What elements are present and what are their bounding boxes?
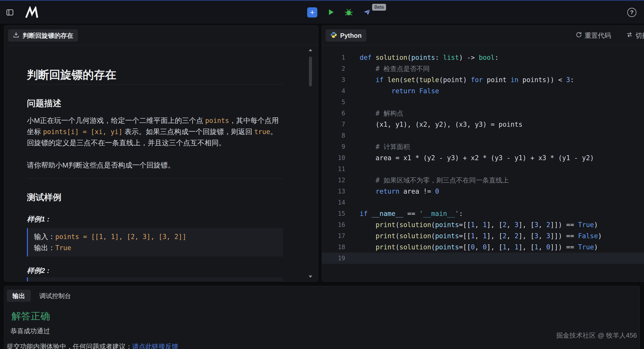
sample-io-line: 输出：True bbox=[34, 242, 277, 253]
editor-panel-header: Python 重置代码 切 bbox=[322, 26, 644, 45]
help-button[interactable]: ? bbox=[627, 8, 636, 17]
scroll-down-arrow-icon[interactable] bbox=[309, 275, 312, 278]
problem-title-chip[interactable]: 判断回旋镖的存在 bbox=[8, 29, 78, 42]
code-line[interactable]: 16 print(solution(points=[[1, 1], [2, 3]… bbox=[322, 219, 644, 230]
beta-badge: Beta bbox=[372, 4, 386, 11]
sample-1-label: 样例1 : bbox=[27, 215, 283, 224]
line-number: 12 bbox=[322, 175, 345, 186]
code-line[interactable]: 12 # 如果区域不为零，则三点不在同一条直线上 bbox=[322, 175, 644, 186]
scroll-up-arrow-icon[interactable] bbox=[309, 49, 312, 51]
result-message: 恭喜成功通过 bbox=[10, 327, 640, 335]
line-number: 19 bbox=[322, 253, 345, 264]
editor-panel: Python 重置代码 切 bbox=[322, 25, 644, 282]
code-line[interactable]: 11 bbox=[322, 163, 644, 175]
output-panel: 输出 调试控制台 解答正确 恭喜成功通过 提交功能内测体验中，任何问题或者建议：… bbox=[4, 286, 640, 349]
line-number: 1 bbox=[322, 52, 345, 63]
submit-button[interactable] bbox=[362, 7, 372, 17]
scrollbar-thumb[interactable] bbox=[309, 57, 312, 86]
code-line[interactable]: 2 # 检查点是否不同 bbox=[322, 63, 644, 74]
problem-content: 判断回旋镖的存在 问题描述 小M正在玩一个几何游戏，给定一个二维平面上的三个点 … bbox=[4, 45, 318, 282]
sample-io-line: 输入：points = [[1, 1], [2, 3], [3, 2]] bbox=[34, 231, 277, 242]
code-line[interactable]: 4 return False bbox=[322, 85, 644, 97]
sample-2-label: 样例2 : bbox=[27, 266, 283, 275]
refresh-icon bbox=[576, 31, 582, 40]
tab-debug-console[interactable]: 调试控制台 bbox=[39, 292, 71, 300]
line-number: 2 bbox=[322, 63, 345, 74]
section-divider bbox=[27, 178, 283, 179]
play-icon bbox=[326, 8, 335, 17]
line-number: 18 bbox=[322, 242, 345, 253]
sidebar-toggle-button[interactable] bbox=[6, 8, 14, 16]
switch-language-label: 切换语言 bbox=[635, 31, 644, 40]
feedback-text: 提交功能内测体验中，任何问题或者建议： bbox=[7, 343, 132, 349]
line-number: 17 bbox=[322, 230, 345, 242]
code-line[interactable]: 17 print(solution(points=[[1, 1], [2, 2]… bbox=[322, 230, 644, 242]
sample-2-block bbox=[27, 277, 283, 282]
problem-chip-title: 判断回旋镖的存在 bbox=[23, 31, 73, 40]
problem-scrollbar[interactable] bbox=[309, 45, 312, 282]
result-status: 解答正确 bbox=[11, 310, 640, 322]
line-number: 5 bbox=[322, 97, 345, 108]
question-icon: ? bbox=[630, 9, 633, 16]
feedback-link[interactable]: 请点此链接反馈 bbox=[132, 343, 178, 349]
inline-code: points bbox=[205, 117, 229, 124]
code-editor[interactable]: 1def solution(points: list) -> bool:2 # … bbox=[322, 45, 644, 264]
code-line[interactable]: 15if __name__ == '__main__': bbox=[322, 208, 644, 219]
code-line[interactable]: 6 # 解构点 bbox=[322, 108, 644, 119]
code-line[interactable]: 18 print(solution(points=[[0, 0], [1, 1]… bbox=[322, 242, 644, 253]
app-window: + Beta bbox=[0, 0, 644, 349]
language-tab-python[interactable]: Python bbox=[326, 29, 366, 42]
code-line[interactable]: 19 bbox=[322, 253, 644, 264]
line-number: 14 bbox=[322, 197, 345, 208]
section-heading-description: 问题描述 bbox=[27, 98, 283, 108]
python-icon bbox=[330, 31, 337, 40]
sample-1-block: 输入：points = [[1, 1], [2, 3], [3, 2]]输出：T… bbox=[27, 228, 283, 256]
code-line[interactable]: 10 area = x1 * (y2 - y3) + x2 * (y3 - y1… bbox=[322, 152, 644, 163]
tab-output[interactable]: 输出 bbox=[7, 290, 31, 302]
swap-arrows-icon bbox=[626, 31, 633, 40]
language-tab-label: Python bbox=[340, 32, 362, 39]
line-number: 7 bbox=[322, 119, 345, 130]
run-button[interactable] bbox=[326, 7, 336, 17]
line-number: 3 bbox=[322, 74, 345, 85]
paper-plane-icon bbox=[363, 8, 371, 17]
line-number: 15 bbox=[322, 208, 345, 219]
code-line[interactable]: 8 bbox=[322, 130, 644, 141]
plus-icon: + bbox=[310, 9, 315, 16]
code-line[interactable]: 3 if len(set(tuple(point) for point in p… bbox=[322, 74, 644, 85]
feedback-note: 提交功能内测体验中，任何问题或者建议：请点此链接反馈 bbox=[7, 342, 640, 349]
switch-language-button[interactable]: 切换语言 bbox=[625, 31, 644, 40]
panel-toggle-icon bbox=[6, 13, 14, 17]
debug-button[interactable] bbox=[344, 7, 354, 17]
add-button[interactable]: + bbox=[307, 7, 317, 17]
code-line[interactable]: 14 bbox=[322, 197, 644, 208]
problem-paragraph: 小M正在玩一个几何游戏，给定一个二维平面上的三个点 points，其中每个点用坐… bbox=[27, 115, 283, 149]
code-line[interactable]: 5 bbox=[322, 97, 644, 108]
problem-panel: 判断回旋镖的存在 判断回旋镖的存在 问题描述 小M正在玩一个几何游戏，给定一个二… bbox=[4, 25, 318, 282]
code-line[interactable]: 9 # 计算面积 bbox=[322, 141, 644, 152]
line-number: 6 bbox=[322, 108, 345, 119]
inline-code: points[i] = [xi, yi] bbox=[43, 128, 123, 136]
reset-code-label: 重置代码 bbox=[585, 31, 611, 40]
download-icon bbox=[13, 31, 20, 40]
console-tabs: 输出 调试控制台 bbox=[7, 290, 640, 302]
marscode-logo-icon bbox=[24, 6, 40, 19]
inline-code: true bbox=[254, 128, 270, 136]
section-heading-samples: 测试样例 bbox=[27, 192, 283, 203]
code-line[interactable]: 1def solution(points: list) -> bool: bbox=[322, 52, 644, 63]
problem-title: 判断回旋镖的存在 bbox=[27, 68, 283, 85]
line-number: 9 bbox=[322, 141, 345, 152]
line-number: 16 bbox=[322, 219, 345, 230]
watermark: 掘金技术社区 @ 牧羊人456 bbox=[556, 331, 637, 340]
line-number: 8 bbox=[322, 130, 345, 141]
code-line[interactable]: 13 return area != 0 bbox=[322, 186, 644, 197]
line-number: 11 bbox=[322, 163, 345, 175]
editor-actions: 重置代码 切换语言 bbox=[574, 26, 644, 45]
problem-paragraph: 请你帮助小M判断这些点是否构成一个回旋镖。 bbox=[27, 160, 283, 171]
reset-code-button[interactable]: 重置代码 bbox=[574, 31, 613, 40]
line-number: 13 bbox=[322, 186, 345, 197]
line-number: 10 bbox=[322, 152, 345, 163]
code-line[interactable]: 7 (x1, y1), (x2, y2), (x3, y3) = points bbox=[322, 119, 644, 130]
line-number: 4 bbox=[322, 85, 345, 97]
problem-panel-header: 判断回旋镖的存在 bbox=[4, 26, 318, 45]
